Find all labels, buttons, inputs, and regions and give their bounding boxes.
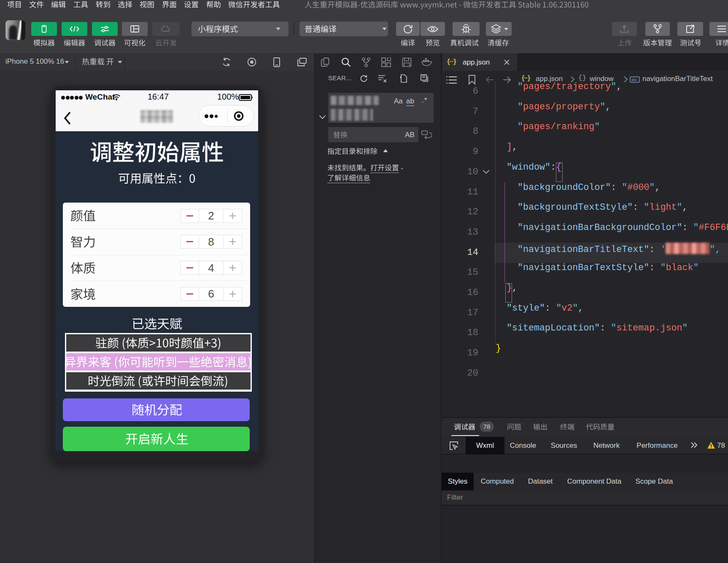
svg-text:abc: abc: [631, 78, 637, 82]
